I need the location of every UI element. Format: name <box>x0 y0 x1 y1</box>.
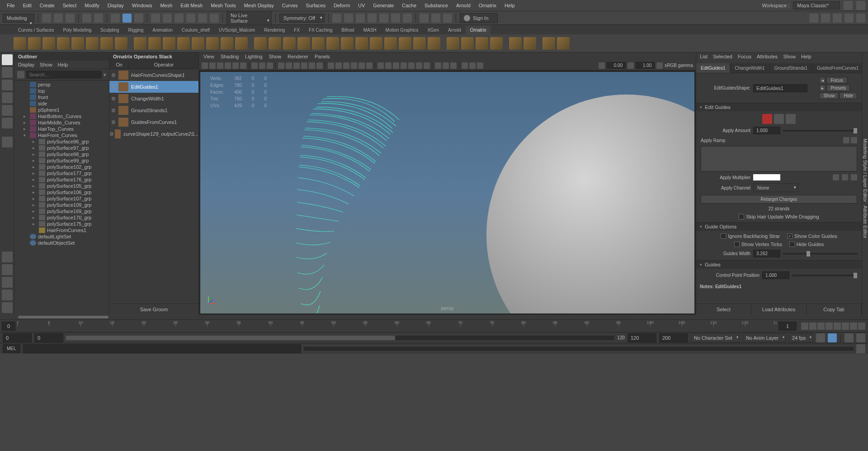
go-start-icon[interactable] <box>801 323 808 330</box>
viewport-toolbar-icon[interactable] <box>240 62 246 69</box>
vp-menu-shading[interactable]: Shading <box>221 54 239 59</box>
scale-tool-icon[interactable] <box>2 118 13 128</box>
snap-point-icon[interactable] <box>175 14 184 23</box>
outliner-item[interactable]: ▸polySurface102_grp <box>14 164 109 170</box>
shelf-tab-xgen[interactable]: XGen <box>423 26 443 34</box>
shelf-tab-arnold[interactable]: Arnold <box>443 26 466 34</box>
ipr-render-icon[interactable] <box>356 14 365 23</box>
gear-icon[interactable]: ⚙ <box>109 84 118 90</box>
go-end-icon[interactable] <box>858 323 865 330</box>
gear-icon[interactable]: ⚙ <box>109 72 118 78</box>
mode-brush-icon[interactable] <box>786 114 796 124</box>
shelf-icon[interactable] <box>14 37 26 50</box>
attr-tab[interactable]: EditGuides1 <box>696 63 730 73</box>
viewport-toolbar-icon[interactable] <box>450 62 457 69</box>
viewport-toolbar-icon[interactable] <box>366 62 373 69</box>
exposure-field[interactable]: 0.00 <box>607 62 626 69</box>
shelf-icon[interactable] <box>235 37 248 50</box>
viewport-toolbar-icon[interactable] <box>377 62 384 69</box>
attr-menu-focus[interactable]: Focus <box>738 54 751 59</box>
shelf-tab-ornatrix[interactable]: Ornatrix <box>466 26 491 34</box>
render-settings-icon[interactable] <box>368 14 377 23</box>
outliner-item[interactable]: ▸HairMiddle_Curves <box>14 119 109 126</box>
viewport-toolbar-icon[interactable] <box>416 62 422 69</box>
live-surface-dropdown[interactable]: No Live Surface <box>226 11 272 25</box>
viewport-toolbar-icon[interactable] <box>462 62 468 69</box>
workspace-dropdown[interactable]: Maya Classic* <box>793 1 840 9</box>
four-view-layout-icon[interactable] <box>2 277 13 288</box>
shelf-icon[interactable] <box>86 37 99 50</box>
viewport-toolbar-icon[interactable] <box>286 62 292 69</box>
lock-icon[interactable] <box>856 1 865 10</box>
paint-tool-icon[interactable] <box>2 80 13 90</box>
outliner-item[interactable]: ▸HairBottom_Curves <box>14 113 109 119</box>
show-color-checkbox[interactable]: ✓ <box>787 233 793 239</box>
viewport-toolbar-icon[interactable] <box>401 62 407 69</box>
viewport-toolbar-icon[interactable] <box>259 62 265 69</box>
load-attributes-button[interactable]: Load Attributes <box>751 304 807 315</box>
menu-deform[interactable]: Deform <box>330 3 354 8</box>
new-scene-icon[interactable] <box>42 14 51 23</box>
snap-center-icon[interactable] <box>186 14 195 23</box>
shelf-tab-rigging[interactable]: Rigging <box>123 26 148 34</box>
snap-curve-icon[interactable] <box>163 14 172 23</box>
current-time-field[interactable] <box>778 322 797 331</box>
shelf-tab-animation[interactable]: Animation <box>148 26 177 34</box>
outliner-item[interactable]: ▸polySurface105_grp <box>14 183 109 189</box>
shelf-icon[interactable] <box>428 37 440 50</box>
undo-icon[interactable] <box>82 14 91 23</box>
select-button[interactable]: Select <box>696 304 751 315</box>
outliner-item[interactable]: defaultLightSet <box>14 233 109 240</box>
paint-select-icon[interactable] <box>134 14 143 23</box>
anim-prefs-icon[interactable] <box>844 333 854 342</box>
operator-row[interactable]: ⚙GuidesFromCurves1 <box>109 116 198 128</box>
play-back-icon[interactable] <box>826 323 833 330</box>
gamma-field[interactable]: 1.00 <box>636 62 655 69</box>
outliner-item[interactable]: ▸polySurface96_grp <box>14 138 109 145</box>
channel-box-icon[interactable] <box>856 14 865 23</box>
render-icon[interactable] <box>344 14 353 23</box>
shelf-tab-curves-surfaces[interactable]: Curves / Surfaces <box>14 26 58 34</box>
shelf-tab-couture-shelf[interactable]: Couture_shelf <box>177 26 214 34</box>
outliner-item[interactable]: top <box>14 88 109 94</box>
control-point-slider[interactable] <box>792 275 857 276</box>
viewport-toolbar-icon[interactable] <box>328 62 334 69</box>
guides-width-slider[interactable] <box>783 253 857 255</box>
menu-mesh-display[interactable]: Mesh Display <box>240 3 278 8</box>
construction-history-icon[interactable] <box>332 14 341 23</box>
save-scene-icon[interactable] <box>66 14 75 23</box>
shelf-icon[interactable] <box>283 37 296 50</box>
hide-guides-checkbox[interactable] <box>789 242 795 247</box>
attr-menu-show[interactable]: Show <box>783 54 796 59</box>
last-tool-icon[interactable] <box>2 137 13 147</box>
gamma-icon[interactable] <box>627 62 634 69</box>
ghost-icon[interactable] <box>443 14 452 23</box>
save-groom-button[interactable]: Save Groom <box>109 304 198 315</box>
rotate-tool-icon[interactable] <box>2 105 13 116</box>
shelf-icon[interactable] <box>447 37 459 50</box>
attr-tab[interactable]: ChangeWidth1 <box>730 63 769 73</box>
shelf-icon[interactable] <box>542 37 555 50</box>
menu-help[interactable]: Help <box>500 3 519 8</box>
shelf-icon[interactable] <box>71 37 84 50</box>
shelf-icon[interactable] <box>192 37 204 50</box>
shelf-icon[interactable] <box>524 37 536 50</box>
ramp-edit-icon[interactable] <box>851 137 857 143</box>
shelf-icon[interactable] <box>413 37 426 50</box>
shelf-icon[interactable] <box>557 37 570 50</box>
shelf-icon[interactable] <box>355 37 368 50</box>
loop-icon[interactable] <box>816 333 825 342</box>
focus-button[interactable]: Focus <box>826 77 847 84</box>
vp-menu-renderer[interactable]: Renderer <box>288 54 308 59</box>
section-guides[interactable]: Guides <box>696 260 862 269</box>
viewport-toolbar-icon[interactable] <box>217 62 223 69</box>
ramp-mode-icon[interactable] <box>843 137 849 143</box>
shelf-tab-rendering[interactable]: Rendering <box>259 26 289 34</box>
shelf-icon[interactable] <box>206 37 219 50</box>
step-back-icon[interactable] <box>817 323 825 330</box>
viewport-toolbar-icon[interactable] <box>278 62 284 69</box>
shelf-icon[interactable] <box>28 37 41 50</box>
outliner-item[interactable]: side <box>14 100 109 107</box>
outliner-item[interactable]: defaultObjectSet <box>14 240 109 246</box>
mode-strand-icon[interactable] <box>774 114 784 124</box>
